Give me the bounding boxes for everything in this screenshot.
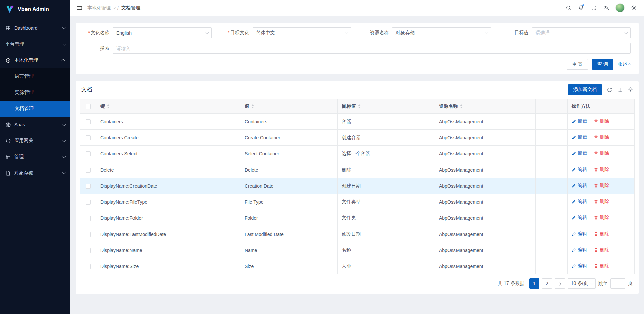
- sidebar-item-saas[interactable]: Saas: [0, 117, 70, 133]
- row-checkbox[interactable]: [86, 232, 91, 237]
- sidebar-item-platform[interactable]: 平台管理: [0, 36, 70, 52]
- refresh-icon[interactable]: [607, 87, 612, 93]
- sort-icons[interactable]: [251, 104, 254, 108]
- pencil-icon: [572, 167, 576, 172]
- table-row[interactable]: DisplayName:LastModifiedDate Last Modifi…: [80, 226, 635, 242]
- delete-label: 删除: [600, 183, 609, 189]
- delete-button[interactable]: 删除: [594, 199, 609, 205]
- search-icon[interactable]: [562, 1, 574, 15]
- cell-resource: AbpOssManagement: [435, 194, 536, 210]
- target-culture-select[interactable]: 简体中文: [253, 27, 352, 38]
- table-row[interactable]: Containers:Create Create Container 创建容器 …: [80, 130, 635, 146]
- delete-button[interactable]: 删除: [594, 183, 609, 189]
- submenu-item-label: 文档管理: [15, 106, 34, 112]
- cell-value: Containers: [240, 114, 338, 130]
- row-checkbox[interactable]: [86, 135, 91, 140]
- row-checkbox[interactable]: [86, 184, 91, 189]
- reset-button[interactable]: 重 置: [567, 59, 588, 70]
- culture-name-select[interactable]: English: [113, 27, 212, 38]
- collapse-link[interactable]: 收起: [618, 61, 631, 67]
- row-checkbox[interactable]: [86, 168, 91, 173]
- sort-icons[interactable]: [107, 104, 110, 108]
- table-row[interactable]: DisplayName:CreationDate Creation Date 创…: [80, 178, 635, 194]
- edit-button[interactable]: 编辑: [572, 199, 587, 205]
- trash-icon: [594, 151, 598, 156]
- column-settings-gear-icon[interactable]: [628, 87, 633, 93]
- jump-label: 跳至: [598, 280, 608, 287]
- settings-gear-icon[interactable]: [628, 1, 639, 15]
- cell-spacer: [536, 162, 568, 178]
- row-checkbox[interactable]: [86, 151, 91, 156]
- add-document-button[interactable]: 添加新文档: [568, 84, 602, 95]
- logo[interactable]: Vben Admin: [0, 0, 70, 19]
- delete-button[interactable]: 删除: [594, 263, 609, 269]
- page-size-select[interactable]: 10 条/页: [568, 278, 596, 289]
- edit-button[interactable]: 编辑: [572, 134, 587, 140]
- delete-button[interactable]: 删除: [594, 231, 609, 237]
- edit-button[interactable]: 编辑: [572, 263, 587, 269]
- table-row[interactable]: DisplayName:FileType File Type 文件类型 AbpO…: [80, 194, 635, 210]
- edit-button[interactable]: 编辑: [572, 150, 587, 156]
- edit-button[interactable]: 编辑: [572, 215, 587, 221]
- page-button-2[interactable]: 2: [542, 278, 552, 289]
- cell-key: Containers:Create: [96, 130, 240, 146]
- cell-key: Containers:Select: [96, 146, 240, 162]
- row-checkbox[interactable]: [86, 200, 91, 205]
- delete-button[interactable]: 删除: [594, 247, 609, 253]
- select-value: 对象存储: [396, 30, 415, 36]
- select-all-checkbox[interactable]: [86, 104, 91, 109]
- delete-button[interactable]: 删除: [594, 134, 609, 140]
- sidebar-item-resource-management[interactable]: 资源管理: [0, 84, 70, 101]
- sort-icons[interactable]: [460, 104, 463, 108]
- menu-fold-icon[interactable]: [74, 2, 85, 14]
- delete-button[interactable]: 删除: [594, 118, 609, 124]
- sidebar-item-localization[interactable]: 本地化管理: [0, 52, 70, 68]
- target-value-select[interactable]: 请选择: [532, 27, 631, 38]
- edit-button[interactable]: 编辑: [572, 247, 587, 253]
- sidebar-item-document-management[interactable]: 文档管理: [0, 101, 70, 117]
- edit-button[interactable]: 编辑: [572, 118, 587, 124]
- delete-button[interactable]: 删除: [594, 215, 609, 221]
- delete-label: 删除: [600, 231, 609, 237]
- table-title: 文档: [81, 86, 92, 93]
- row-height-icon[interactable]: [617, 87, 623, 93]
- resource-name-select[interactable]: 对象存储: [392, 27, 491, 38]
- table-row[interactable]: DisplayName:Folder Folder 文件夹 AbpOssMana…: [80, 210, 635, 226]
- page-button-1[interactable]: 1: [529, 278, 539, 289]
- edit-button[interactable]: 编辑: [572, 167, 587, 173]
- pencil-icon: [572, 135, 576, 140]
- breadcrumb-current: 文档管理: [121, 5, 140, 11]
- cell-spacer: [536, 146, 568, 162]
- row-checkbox[interactable]: [86, 264, 91, 269]
- next-page-button[interactable]: [555, 278, 565, 289]
- table-row[interactable]: Containers Containers 容器 AbpOssManagemen…: [80, 114, 635, 130]
- jump-page-input[interactable]: [610, 278, 625, 289]
- query-button[interactable]: 查 询: [592, 59, 613, 70]
- row-checkbox[interactable]: [86, 216, 91, 221]
- sidebar-item-object-storage[interactable]: 对象存储: [0, 165, 70, 181]
- edit-button[interactable]: 编辑: [572, 183, 587, 189]
- edit-button[interactable]: 编辑: [572, 231, 587, 237]
- cell-value: Name: [240, 242, 338, 258]
- table-row[interactable]: DisplayName:Size Size 大小 AbpOssManagemen…: [80, 258, 635, 274]
- delete-button[interactable]: 删除: [594, 150, 609, 156]
- user-avatar[interactable]: [615, 3, 625, 12]
- fullscreen-icon[interactable]: [588, 1, 599, 15]
- sort-icons[interactable]: [358, 104, 361, 108]
- row-checkbox[interactable]: [86, 248, 91, 253]
- table-row[interactable]: DisplayName:Name Name 名称 AbpOssManagemen…: [80, 242, 635, 258]
- sidebar-item-language-management[interactable]: 语言管理: [0, 68, 70, 84]
- row-checkbox[interactable]: [86, 119, 91, 124]
- delete-button[interactable]: 删除: [594, 167, 609, 173]
- search-input[interactable]: [113, 43, 631, 54]
- table-row[interactable]: Containers:Select Select Container 选择一个容…: [80, 146, 635, 162]
- table-row[interactable]: Delete Delete 删除 AbpOssManagement 编辑 删除: [80, 162, 635, 178]
- cell-target: 选择一个容器: [338, 146, 435, 162]
- breadcrumb-root[interactable]: 本地化管理: [87, 5, 115, 11]
- notification-bell-icon[interactable]: [575, 1, 587, 15]
- sidebar-item-management[interactable]: 管理: [0, 149, 70, 165]
- sidebar-item-dashboard[interactable]: Dashboard: [0, 20, 70, 36]
- sidebar-item-gateway[interactable]: 应用网关: [0, 133, 70, 149]
- field-target-value: 目标值 请选择: [497, 27, 637, 38]
- translate-icon[interactable]: [601, 1, 612, 15]
